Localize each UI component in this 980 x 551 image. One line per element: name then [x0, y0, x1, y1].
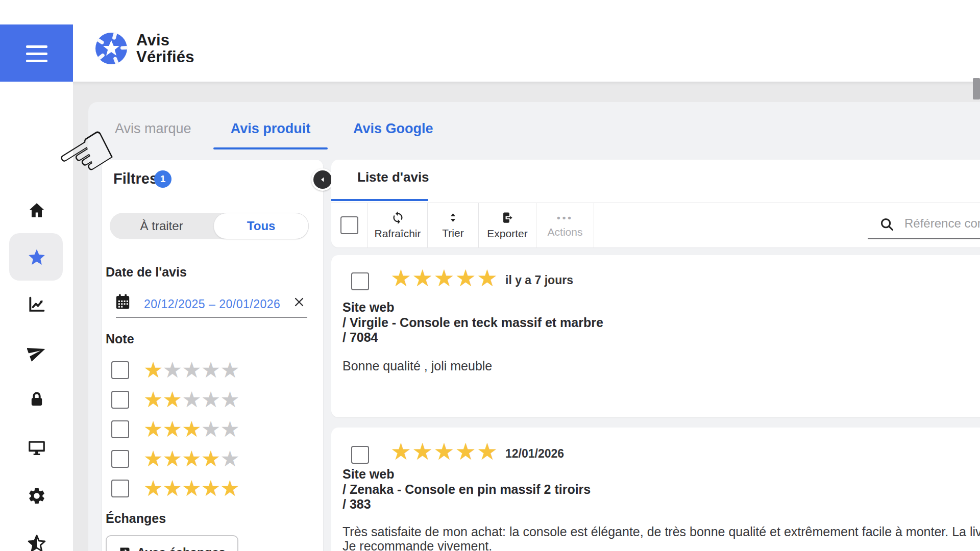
review-1-stars: ★★★★★: [390, 265, 498, 291]
date-field-underline: [116, 317, 307, 318]
tab-avis-google-label: Avis Google: [353, 121, 433, 136]
sort-button[interactable]: Trier: [428, 203, 479, 247]
sidebar-nav: ?: [0, 82, 73, 551]
note-row-5-stars: ★★★★★: [111, 477, 239, 500]
brand-name-line1: Avis: [136, 32, 194, 48]
note-1-checkbox[interactable]: [111, 361, 129, 379]
list-tab-underline: [331, 199, 428, 201]
chevron-left-icon: [313, 170, 332, 189]
hamburger-menu-button[interactable]: [0, 24, 73, 83]
search-icon: [879, 216, 895, 232]
with-exchanges-label: Avec échanges: [137, 545, 226, 551]
search-input[interactable]: [903, 216, 980, 231]
tab-avis-produit[interactable]: Avis produit: [213, 121, 328, 137]
list-tab-liste-avis[interactable]: Liste d'avis: [357, 169, 429, 185]
sort-icon: [447, 211, 459, 224]
review-1-reference: / 7084: [342, 330, 603, 345]
sidebar-item-settings[interactable]: [26, 485, 47, 507]
brand-star-icon: [94, 32, 128, 65]
review-2-stars: ★★★★★: [390, 439, 498, 464]
toggle-a-traiter[interactable]: À traiter: [110, 213, 213, 239]
review-2-product-info: Site web / Zenaka - Console en pin massi…: [342, 467, 591, 512]
review-2-date: 12/01/2026: [505, 447, 564, 461]
filters-count-badge: 1: [154, 170, 172, 188]
collapse-filters-button[interactable]: [311, 168, 334, 191]
review-item-1: ★★★★★ il y a 7 jours Site web / Virgile …: [331, 255, 980, 417]
note-filter-rows: ★★★★★ ★★★★★ ★★★★★ ★★★★★ ★★★★★: [111, 358, 239, 500]
note-2-stars: ★★★★★: [143, 388, 239, 411]
review-status-toggle[interactable]: À traiter Tous: [110, 213, 309, 239]
review-1-checkbox[interactable]: [351, 272, 369, 290]
tab-avis-google[interactable]: Avis Google: [353, 121, 433, 137]
exchanges-filter-label: Échanges: [106, 511, 166, 526]
hamburger-icon: [26, 45, 47, 48]
send-icon: [27, 342, 46, 362]
note-row-2-stars: ★★★★★: [111, 388, 239, 412]
brand-logo: Avis Vérifiés: [94, 32, 194, 65]
note-filter-label: Note: [106, 332, 134, 346]
sidebar-item-reviews[interactable]: [26, 246, 47, 268]
note-3-stars: ★★★★★: [143, 418, 239, 441]
review-1-text: Bonne qualité , joli meuble: [342, 359, 492, 373]
refresh-button[interactable]: Rafraîchir: [368, 203, 428, 247]
review-1-product-info: Site web / Virgile - Console en teck mas…: [342, 300, 603, 345]
review-item-2: ★★★★★ 12/01/2026 Site web / Zenaka - Con…: [331, 428, 980, 551]
refresh-label: Rafraîchir: [374, 228, 421, 240]
sidebar-item-security[interactable]: [26, 389, 47, 410]
toggle-tous[interactable]: Tous: [213, 213, 309, 239]
review-2-source: Site web: [342, 467, 591, 482]
review-2-product: / Zenaka - Console en pin massif 2 tiroi…: [342, 482, 591, 497]
active-tab-underline: [213, 147, 328, 149]
refresh-icon: [391, 211, 405, 224]
note-4-checkbox[interactable]: [111, 450, 129, 468]
note-1-stars: ★★★★★: [143, 359, 239, 382]
note-5-stars: ★★★★★: [143, 477, 239, 500]
gear-icon: [27, 486, 46, 506]
monitor-icon: [27, 438, 47, 457]
export-button[interactable]: Exporter: [479, 203, 536, 247]
note-2-checkbox[interactable]: [111, 391, 129, 409]
actions-label: Actions: [548, 226, 583, 238]
sidebar-item-home[interactable]: [26, 199, 47, 221]
filters-title: Filtres: [113, 170, 158, 187]
note-3-checkbox[interactable]: [111, 420, 129, 438]
more-dots-icon: •••: [557, 213, 573, 223]
sort-label: Trier: [442, 227, 463, 239]
note-row-4-stars: ★★★★★: [111, 447, 239, 471]
date-range-value[interactable]: 20/12/2025 – 20/01/2026: [144, 297, 280, 311]
chat-reply-icon: [118, 546, 132, 551]
star-icon: [27, 247, 46, 267]
app-window: Avis Vérifiés: [0, 0, 980, 551]
note-row-3-stars: ★★★★★: [111, 417, 239, 441]
sidebar-item-display[interactable]: [26, 437, 47, 458]
star-half-icon: [27, 534, 46, 551]
search-underline: [868, 238, 980, 239]
review-2-checkbox[interactable]: [351, 446, 369, 464]
review-1-date: il y a 7 jours: [505, 273, 573, 287]
sidebar-item-stats[interactable]: [26, 294, 47, 315]
review-2-text: Très satisfaite de mon achat: la console…: [342, 524, 980, 551]
top-header: Avis Vérifiés: [0, 0, 980, 82]
select-all-cell: [331, 203, 368, 247]
note-4-stars: ★★★★★: [143, 447, 239, 470]
date-filter-label: Date de l'avis: [106, 265, 187, 280]
actions-button[interactable]: ••• Actions: [536, 203, 594, 247]
export-label: Exporter: [487, 228, 527, 240]
chart-icon: [27, 295, 46, 314]
clear-date-icon[interactable]: [294, 297, 304, 307]
calendar-icon[interactable]: [115, 293, 131, 310]
brand-name-line2: Vérifiés: [136, 48, 194, 65]
note-5-checkbox[interactable]: [111, 480, 129, 497]
order-reference-search[interactable]: [868, 212, 980, 240]
select-all-checkbox[interactable]: [340, 216, 358, 234]
tab-avis-marque-label: Avis marque: [115, 121, 191, 136]
tab-avis-marque[interactable]: Avis marque: [115, 121, 191, 137]
scrollbar-thumb[interactable]: [973, 78, 980, 99]
sidebar-item-campaigns[interactable]: [26, 341, 47, 363]
lock-icon: [28, 390, 46, 409]
brand-name: Avis Vérifiés: [136, 32, 194, 65]
review-1-product: / Virgile - Console en teck massif et ma…: [342, 315, 603, 331]
with-exchanges-button[interactable]: Avec échanges: [106, 535, 238, 551]
review-1-source: Site web: [342, 300, 603, 315]
sidebar-item-favorites[interactable]: [26, 533, 47, 551]
